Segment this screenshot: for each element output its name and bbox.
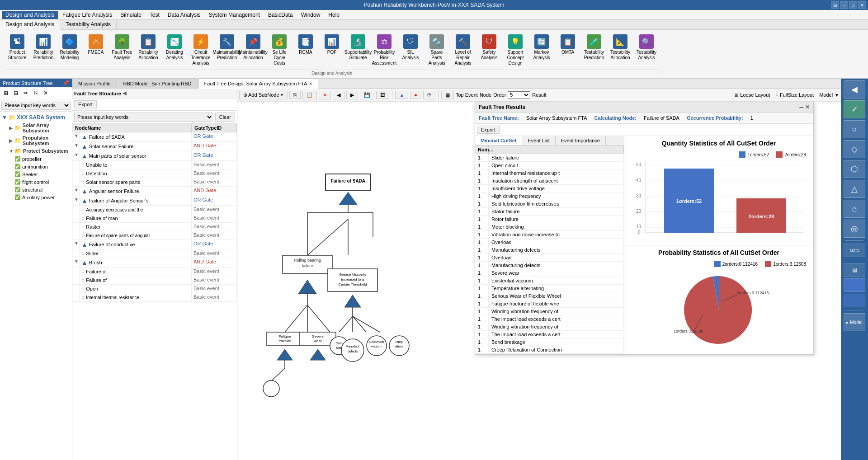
cutset-row[interactable]: 1Insufficient drive voltage <box>475 185 624 192</box>
btn-testability-analysis[interactable]: 🔍 Testability Analysis <box>634 33 659 62</box>
right-btn-check[interactable]: ✓ <box>844 100 865 118</box>
right-btn-moto[interactable]: MOTO <box>844 244 865 257</box>
table-row[interactable]: ▼ ▲Failure of conductive OR Gate <box>72 240 237 249</box>
delete-node-btn[interactable]: ✕ <box>319 91 331 99</box>
sidebar-edit-btn[interactable]: ✏ <box>21 89 30 98</box>
cutset-row[interactable]: 1Winding vibration frequency of <box>475 308 624 315</box>
sidebar-search-input[interactable]: Please input key words <box>1 101 71 110</box>
ft-results-close-btn[interactable]: ✕ <box>805 104 810 110</box>
table-btn[interactable]: ▦ <box>441 91 454 99</box>
menu-fatigue[interactable]: Fatigue Life Analysis <box>59 11 116 19</box>
fullsize-layout-label[interactable]: + FullSize Layout <box>775 92 814 98</box>
tree-item-structural[interactable]: ✅ structural <box>2 186 70 193</box>
tab-event-list[interactable]: Event List <box>522 136 555 145</box>
btn-level-repair[interactable]: 🔨 Level of Repair Analysis <box>450 33 476 68</box>
cutset-row[interactable]: 1Open circuit <box>475 162 624 169</box>
right-btn-table[interactable]: ▤ <box>844 263 865 277</box>
tree-item-propulsion[interactable]: ▶ 📁 Propulsion Subsystem <box>2 134 70 147</box>
tree-item-ammunition[interactable]: ✅ ammunition <box>2 163 70 170</box>
table-row[interactable]: ▼ ▲Angular sensor Failure AND Gate <box>72 187 237 196</box>
btn-omta[interactable]: 📋 OMTA <box>555 33 580 57</box>
right-btn-blue1[interactable] <box>844 278 865 292</box>
btn-prob-risk[interactable]: ⚖ Probability Risk Assessment <box>372 33 397 68</box>
cutset-row[interactable]: 1Overload <box>475 239 624 246</box>
close-btn[interactable]: ✕ <box>858 1 866 9</box>
menu-window[interactable]: Window <box>297 11 324 19</box>
btn-safety[interactable]: 🛡 Safety Analysis <box>476 33 502 62</box>
table-row[interactable]: ○Accuracy decreases and the Basic event <box>72 206 237 214</box>
ft-search-input[interactable]: Please input key words <box>74 113 213 122</box>
table-row[interactable]: ▼ ▲Failure of SADA OR Gate <box>72 132 237 142</box>
cutset-row[interactable]: 1Sold lubrication film decreases <box>475 200 624 208</box>
tree-item-propeller[interactable]: ✅ propeller <box>2 155 70 163</box>
sidebar-copy-btn[interactable]: ⎘ <box>31 89 40 98</box>
cutset-row[interactable]: 1Winding vibration frequency of <box>475 323 624 331</box>
btn-sil[interactable]: 🛡 SIL Analysis <box>398 33 423 62</box>
right-btn-model[interactable]: ▸ Model <box>844 313 865 331</box>
table-row[interactable]: ○Unable to Basic event <box>72 161 237 169</box>
table-row[interactable]: ○Slider Basic event <box>72 249 237 258</box>
save-btn[interactable]: 💾 <box>360 91 374 99</box>
right-btn-circle[interactable]: ○ <box>844 120 865 138</box>
btn-testability-alloc[interactable]: 📐 Testability Allocation <box>608 33 633 62</box>
btn-maintain-predict[interactable]: 🔧 Maintainability Prediction <box>214 33 240 62</box>
right-btn-hexagon[interactable]: ⬡ <box>844 160 865 178</box>
ft-diagram-canvas[interactable]: Rolling bearing failure Fatigue <box>237 102 841 460</box>
ft-results-minimize[interactable]: ─ <box>799 104 803 110</box>
cutset-row[interactable]: 1Creep Relaxation of Connection <box>475 346 624 354</box>
tree-item-auxilary[interactable]: ✅ Auxilary power <box>2 193 70 201</box>
btn-pof[interactable]: 📊 POF <box>319 33 344 57</box>
ft-export-btn[interactable]: Export <box>74 100 97 108</box>
table-row[interactable]: ○Internal thermal resistance Basic event <box>72 293 237 302</box>
copy-btn[interactable]: ⎘ <box>289 91 301 99</box>
tab-fault-tree[interactable]: Fault Tree Design_Solar Array Subsystem … <box>198 79 319 89</box>
btn-fault-tree[interactable]: 🌳 Fault Tree Analysis <box>109 33 135 62</box>
menu-design-analysis[interactable]: Design and Analysis <box>2 11 58 19</box>
cutset-row[interactable]: 1Temperature alternating <box>475 285 624 292</box>
ft-collapse-icon[interactable]: ◀ <box>123 90 126 96</box>
tree-item-protect[interactable]: ▼ 📂 Protect Subsystem <box>2 147 70 155</box>
loose-layout-label[interactable]: Loose Layout <box>740 92 770 98</box>
cutset-row[interactable]: 1Existential vacuum <box>475 277 624 285</box>
ribbon-tab-testability[interactable]: Testability Analysis <box>60 20 117 29</box>
sidebar-expand-btn[interactable]: ⊞ <box>1 89 10 98</box>
cutset-row[interactable]: 1Bond breakage <box>475 338 624 346</box>
right-btn-arrow[interactable]: ◀ <box>844 80 865 99</box>
cutset-row[interactable]: 1Serious Wear of Flexible Wheel <box>475 292 624 300</box>
btn-reliability-modeling[interactable]: 🔷 Reliability Modeling <box>57 33 82 62</box>
table-row[interactable]: ○Open Basic event <box>72 285 237 293</box>
tab-ft-close[interactable]: ✕ <box>309 81 312 86</box>
table-row[interactable]: ▼ ▲Solar sensor Failure AND Gate <box>72 142 237 151</box>
tree-root[interactable]: ▼ 📁 XXX SADA System <box>2 113 70 122</box>
cutset-row[interactable]: 1Manufacturing defects <box>475 246 624 254</box>
btn-maintain-alloc[interactable]: 📌 Maintainability Allocation <box>241 33 266 62</box>
table-row[interactable]: ○Solar sensor spare parts Basic event <box>72 178 237 187</box>
next-btn[interactable]: ▶ <box>346 91 358 99</box>
table-row[interactable]: ○Detection Basic event <box>72 169 237 178</box>
cutset-row[interactable]: 1Fatigue fracture of flexible whe <box>475 300 624 308</box>
menu-test[interactable]: Test <box>146 11 163 19</box>
cutset-row[interactable]: 1The impact load exceeds a cert <box>475 331 624 338</box>
tab-rbd-model[interactable]: RBD Model_Sun Pointing RBD <box>118 79 198 88</box>
table-row[interactable]: ▼ ▲Brush AND Gate <box>72 258 237 268</box>
cutset-row[interactable]: 1Internal thermal resistance up t <box>475 169 624 177</box>
right-btn-diamond[interactable]: ◇ <box>844 140 865 158</box>
table-row[interactable]: ▼ ▲Failure of Angular Sensor's OR Gate <box>72 196 237 206</box>
sidebar-pin-icon[interactable]: 📌 <box>63 80 69 86</box>
menu-system-mgmt[interactable]: System Management <box>205 11 264 19</box>
btn-spare-parts[interactable]: 🔩 Spare Parts Analysis <box>424 33 449 68</box>
tab-event-importance[interactable]: Event Importance <box>556 136 606 145</box>
color-btn[interactable]: ● <box>410 91 421 99</box>
tab-mission-profile[interactable]: Mission Profile <box>72 79 117 88</box>
cutset-row[interactable]: 1Manufacturing defects <box>475 262 624 269</box>
btn-support-concept[interactable]: 💡 Support Concept Design <box>503 33 528 68</box>
cutset-row[interactable]: 1Stator failure <box>475 208 624 216</box>
right-btn-house[interactable]: ⌂ <box>844 200 865 218</box>
cutset-row[interactable]: 1Motor blocking <box>475 223 624 231</box>
table-row[interactable]: ○Failure of Basic event <box>72 268 237 276</box>
fill-btn[interactable]: ▲ <box>395 91 408 99</box>
btn-supportability[interactable]: 🔬 Supportability Simulate <box>345 33 371 62</box>
tree-item-flight[interactable]: ✅ flight control <box>2 178 70 186</box>
btn-testability-predict[interactable]: 🧪 Testability Prediction <box>581 33 607 62</box>
cutset-row[interactable]: 1Vibration and noise increase to <box>475 231 624 239</box>
